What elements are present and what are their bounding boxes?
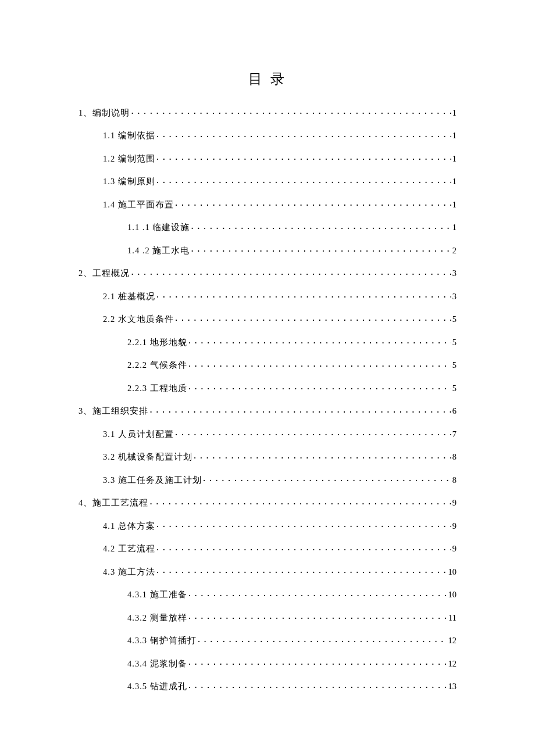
toc-leader-dots [190,222,451,231]
toc-entry-page: 3 [451,269,456,278]
toc-entry-page: 9 [451,544,456,553]
toc-entry: 3.2 机械设备配置计划 8 [79,452,456,461]
toc-entry-page: 5 [451,338,456,347]
toc-entry: 3.3 施工任务及施工计划 8 [79,474,456,484]
toc-leader-dots [130,107,451,116]
toc-leader-dots [202,474,451,483]
toc-entry: 3、施工组织安排6 [79,406,456,415]
toc-entry: 4.3 施工方法 10 [79,566,456,576]
toc-leader-dots [155,566,447,575]
toc-entry-page: 1 [451,200,456,209]
toc-entry-label: 2.2 水文地质条件 [103,315,174,324]
toc-entry-label: 2.2.2 气候条件 [127,361,187,370]
toc-leader-dots [187,336,451,345]
toc-entry-page: 5 [451,361,456,370]
toc-entry-label: 2.2.3 工程地质 [127,384,187,393]
toc-entry-page: 12 [447,636,457,645]
toc-entry-page: 10 [447,568,457,576]
toc-leader-dots [187,382,451,391]
toc-entry-label: 2.1 桩基概况 [103,292,155,301]
toc-entry: 2.2.1 地形地貌5 [79,336,456,346]
toc-entry-label: 3.2 机械设备配置计划 [103,453,192,461]
toc-entry-page: 9 [451,499,456,507]
toc-entry-label: 2.2.1 地形地貌 [127,338,187,347]
toc-entry: 2.2.2 气候条件5 [79,360,456,370]
toc-entry-page: 5 [451,315,456,324]
toc-entry: 4.3.2 测量放样 11 [79,612,456,622]
toc-entry-label: 3.1 人员计划配置 [103,430,174,439]
toc-leader-dots [174,428,451,437]
toc-entry: 4.2 工艺流程 9 [79,543,456,553]
toc-leader-dots [130,268,451,277]
toc-leader-dots [155,153,451,162]
toc-entry-page: 1 [451,109,456,117]
toc-entry-label: 4.1 总体方案 [103,522,155,531]
toc-entry: 1.1 编制依据1 [79,130,456,140]
toc-entry-page: 12 [447,660,457,668]
toc-entry-label: 4.3 施工方法 [103,568,155,576]
toc-entry-page: 11 [447,614,456,622]
toc-entry: 4、施工工艺流程9 [79,497,456,507]
toc-entry: 2.2.3 工程地质5 [79,382,456,392]
toc-leader-dots [155,130,451,139]
toc-entry: 1.4 施工平面布置1 [79,199,456,209]
toc-entry-label: 4.3.4 泥浆制备 [127,660,187,668]
toc-entry-page: 10 [447,590,457,599]
toc-entry-page: 1 [451,177,456,186]
toc-leader-dots [174,199,451,207]
toc-entry-label: 1.1 .1 临建设施 [127,223,190,232]
toc-entry: 2、工程概况3 [79,268,456,278]
toc-entry-page: 5 [451,384,456,393]
toc-entry-label: 2、工程概况 [79,269,130,278]
toc-entry-page: 8 [451,476,456,485]
toc-leader-dots [187,658,447,667]
toc-entry-label: 4.3.3 钢护筒插打 [127,636,197,645]
toc-entry: 1、编制说明1 [79,107,456,117]
toc-entry-page: 3 [451,292,456,301]
toc-leader-dots [174,314,451,323]
toc-entry: 1.1 .1 临建设施 1 [79,222,456,232]
toc-entry: 4.1 总体方案 9 [79,520,456,530]
toc-leader-dots [148,406,451,414]
toc-entry-page: 6 [451,407,456,415]
toc-entry-page: 1 [451,131,456,140]
toc-leader-dots [187,681,447,690]
toc-entry-label: 4.3.2 测量放样 [127,614,187,622]
toc-entry-page: 1 [451,155,456,163]
toc-entry: 4.3.5 钻进成孔 13 [79,681,456,691]
toc-leader-dots [187,360,451,368]
table-of-contents: 1、编制说明11.1 编制依据11.2 编制范围11.3 编制原则11.4 施工… [79,107,456,691]
toc-entry: 1.2 编制范围1 [79,153,456,163]
toc-entry-label: 3.3 施工任务及施工计划 [103,476,202,485]
toc-leader-dots [197,635,447,644]
toc-entry-label: 4.3.5 钻进成孔 [127,682,187,691]
toc-entry-page: 13 [447,682,457,691]
toc-leader-dots [187,612,447,621]
toc-entry-label: 1.2 编制范围 [103,155,155,163]
toc-entry-page: 7 [451,430,456,439]
toc-entry: 4.3.1 施工准备 10 [79,589,456,599]
toc-entry: 4.3.4 泥浆制备 12 [79,658,456,668]
toc-entry-page: 8 [451,453,456,461]
page-title: 目 录 [79,70,456,88]
toc-leader-dots [192,452,451,460]
toc-entry-label: 4.3.1 施工准备 [127,590,187,599]
toc-entry-label: 1.4 .2 施工水电 [127,246,190,255]
toc-entry-page: 9 [451,522,456,531]
toc-leader-dots [148,497,451,506]
toc-entry-page: 2 [451,246,456,255]
toc-leader-dots [155,291,451,299]
toc-entry-label: 1、编制说明 [79,109,130,117]
toc-entry-page: 1 [451,223,456,232]
toc-entry-label: 1.4 施工平面布置 [103,200,174,209]
toc-entry: 1.4 .2 施工水电 2 [79,245,456,255]
toc-leader-dots [155,543,451,552]
toc-entry: 4.3.3 钢护筒插打 12 [79,635,456,645]
toc-entry: 1.3 编制原则1 [79,176,456,186]
toc-entry: 3.1 人员计划配置 7 [79,428,456,438]
toc-entry-label: 1.3 编制原则 [103,177,155,186]
toc-leader-dots [187,589,447,598]
document-page: 目 录 1、编制说明11.1 编制依据11.2 编制范围11.3 编制原则11.… [0,0,535,739]
toc-leader-dots [190,245,451,253]
toc-leader-dots [155,520,451,529]
